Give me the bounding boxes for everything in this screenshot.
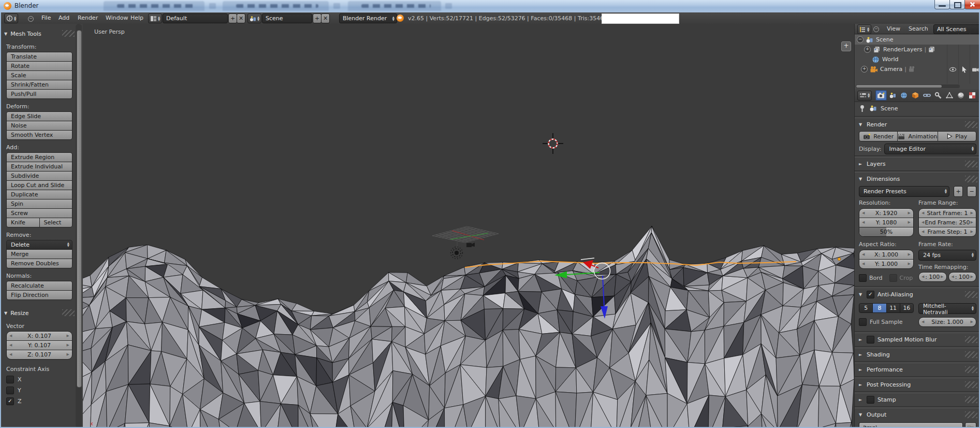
outliner-hscrollbar[interactable] [856,84,960,88]
properties-tab-scene[interactable] [887,90,898,101]
menu-help[interactable]: Help [130,15,143,21]
shading-panel-header[interactable]: ► Shading [859,349,976,360]
minimize-button[interactable] [934,0,950,9]
expand-icon[interactable]: + [861,66,868,73]
layers-panel-header[interactable]: ► Layers [859,159,976,169]
render-presets-dropdown[interactable]: Render Presets ▲▼ [859,186,949,197]
pin-icon[interactable] [859,105,866,112]
editor-type-selector[interactable]: ▲▼ [857,91,872,101]
panel-drag-widget[interactable] [62,30,75,37]
tool-button-duplicate[interactable]: Duplicate [6,190,72,199]
object-origin-dot[interactable] [838,258,841,261]
tool-button-smooth-vertex[interactable]: Smooth Vertex [6,130,72,140]
tool-button-flip-direction[interactable]: Flip Direction [6,290,72,300]
axis-checkbox-z[interactable]: ✓ [6,397,14,405]
close-button[interactable] [964,0,980,9]
delete-layout-button[interactable]: ✕ [237,13,245,23]
properties-tab-data[interactable] [944,90,955,101]
aa-filter-dropdown[interactable]: Mitchell-Netravali ▲▼ [918,303,976,314]
aspect-y-field[interactable]: ◀Y: 1.000▶ [859,259,914,269]
tool-button-extrude-individual[interactable]: Extrude Individual [6,162,72,172]
stamp-checkbox[interactable] [867,396,874,404]
dimensions-panel-header[interactable]: ▼ Dimensions [859,174,976,184]
motion-blur-panel-header[interactable]: ► Sampled Motion Blur [859,334,976,345]
panel-drag-widget[interactable] [965,291,977,298]
tool-button-remove-doubles[interactable]: Remove Doubles [6,259,72,268]
tool-button-rotate[interactable]: Rotate [6,61,72,71]
performance-panel-header[interactable]: ► Performance [859,364,976,375]
aa-samples-8[interactable]: 8 [872,303,886,313]
tool-button-translate[interactable]: Translate [6,52,72,62]
tool-button-knife[interactable]: Knife [6,218,40,227]
properties-tab-render[interactable] [875,90,887,101]
motion-blur-checkbox[interactable] [867,336,874,344]
outliner-menu-view[interactable]: View [887,25,900,32]
panel-drag-widget[interactable] [965,366,977,373]
eye-icon[interactable] [949,66,957,73]
animation-button[interactable]: Animation [897,131,938,141]
add-scene-button[interactable]: + [313,13,321,23]
start-frame-field[interactable]: ◀Start Frame: 1▶ [918,208,976,218]
expand-icon[interactable]: + [864,46,871,53]
aa-samples-11[interactable]: 11 [886,303,900,313]
add-preset-button[interactable]: + [954,186,963,197]
antialiasing-checkbox[interactable]: ✓ [867,291,874,298]
menu-add[interactable]: Add [58,15,69,21]
add-layout-button[interactable]: + [228,13,237,23]
output-panel-header[interactable]: ▼ Output [859,409,976,420]
region-expand-button[interactable]: + [841,41,851,51]
tool-button-noise[interactable]: Noise [6,121,72,131]
editor-type-selector[interactable]: ▲▼ [4,13,18,23]
tool-button-extrude-region[interactable]: Extrude Region [6,152,72,162]
remove-preset-button[interactable]: − [967,186,976,197]
panel-drag-widget[interactable] [62,309,75,316]
play-button[interactable]: Play [938,131,976,141]
lamp-object[interactable] [451,241,463,259]
tool-button-select[interactable]: Select [39,218,73,227]
panel-drag-widget[interactable] [965,336,977,343]
border-checkbox[interactable] [859,274,867,282]
resolution-y-field[interactable]: ◀Y: 1080▶ [859,218,914,227]
resolution-percentage-slider[interactable]: 50% [859,227,914,237]
layout-name-field[interactable]: Default [163,13,228,23]
display-filter-dropdown[interactable]: All Scenes [933,24,980,34]
axis-checkbox-x[interactable] [6,376,14,383]
tool-button-screw[interactable]: Screw [6,208,72,218]
outliner-item-world[interactable]: World [855,54,980,64]
properties-tab-object[interactable] [910,90,921,101]
outliner-item-scene[interactable]: − Scene [855,35,980,45]
screen-layout-selector[interactable]: ▲▼ [148,13,162,23]
editor-type-selector[interactable]: ▲▼ [857,24,871,34]
properties-tab-constraints[interactable] [921,90,932,101]
aa-samples-5[interactable]: 5 [859,303,873,313]
terrain-mesh[interactable] [83,226,854,428]
outliner-item-renderlayers[interactable]: + RenderLayers | [855,45,980,54]
panel-drag-widget[interactable] [965,176,977,182]
aspect-x-field[interactable]: ◀X: 1.000▶ [859,250,914,260]
properties-tab-texture[interactable] [967,90,978,101]
viewport-3d[interactable]: User Persp x + [83,24,854,428]
remap-old-field[interactable]: ◀: 100▶ [918,272,947,282]
scene-selector[interactable]: ▲▼ [247,13,261,23]
mesh-tools-panel-header[interactable]: ▼ Mesh Tools [0,28,76,39]
delete-dropdown[interactable]: Delete▲▼ [6,240,72,250]
collapse-menus-toggle[interactable]: − [873,26,879,32]
aa-samples-16[interactable]: 16 [900,303,914,313]
cursor-arrow-icon[interactable] [961,66,968,73]
delete-scene-button[interactable]: ✕ [321,13,330,23]
properties-tab-world[interactable] [898,90,910,101]
scene-name-field[interactable]: Scene [262,13,312,23]
panel-drag-widget[interactable] [965,396,977,403]
tool-button-spin[interactable]: Spin [6,199,72,209]
aa-size-field[interactable]: ◀Size: 1.000▶ [918,317,976,327]
panel-drag-widget[interactable] [965,121,977,128]
render-restrict-icon[interactable] [972,66,979,73]
collapse-menus-toggle[interactable]: − [28,16,34,22]
render-engine-selector[interactable]: Blender Render ▲▼ [339,13,397,23]
maximize-button[interactable] [949,0,965,9]
menu-window[interactable]: Window [106,15,128,21]
menu-file[interactable]: File [41,15,51,21]
panel-drag-widget[interactable] [965,381,977,388]
frame-step-field[interactable]: ◀Frame Step: 1▶ [918,227,976,237]
stamp-panel-header[interactable]: ► Stamp [859,394,976,405]
